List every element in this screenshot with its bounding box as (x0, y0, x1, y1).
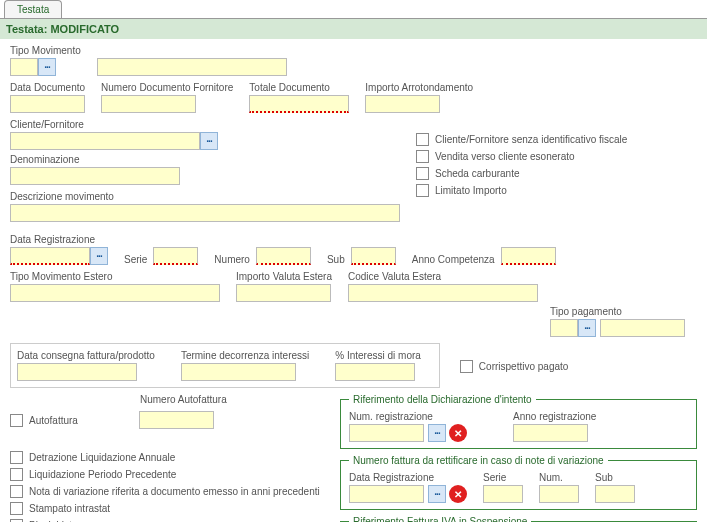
lookup-data-reg-rett[interactable] (428, 485, 446, 503)
checkbox-liq-periodo-prec[interactable] (10, 468, 23, 481)
delete-data-reg-rett[interactable] (449, 485, 467, 503)
datepicker-data-registrazione[interactable] (90, 247, 108, 265)
label-data-documento: Data Documento (10, 82, 85, 93)
input-tipo-mov-estero[interactable] (10, 284, 220, 302)
legend-rif-fattura-iva: Riferimento Fattura IVA in Sospensione (349, 516, 531, 522)
label-serie: Serie (124, 254, 147, 265)
label-data-reg-rett: Data Registrazione (349, 472, 467, 483)
input-termine-decorrenza[interactable] (181, 363, 296, 381)
label-autofattura: Autofattura (29, 415, 139, 426)
label-liq-periodo-prec: Liquidazione Periodo Precedente (29, 469, 176, 480)
label-serie-rett: Serie (483, 472, 523, 483)
checkbox-corrispettivo-pagato[interactable] (460, 360, 473, 373)
checkbox-nota-variazione[interactable] (10, 485, 23, 498)
label-vendita-esonerato: Vendita verso cliente esonerato (435, 151, 575, 162)
label-num-registrazione-dich: Num. registrazione (349, 411, 467, 422)
checkbox-autofattura[interactable] (10, 414, 23, 427)
label-data-consegna-fattura: Data consegna fattura/prodotto (17, 350, 155, 361)
input-descrizione-movimento[interactable] (10, 204, 400, 222)
input-tipo-movimento-code[interactable] (10, 58, 38, 76)
input-sub[interactable] (351, 247, 396, 265)
label-tipo-mov-estero: Tipo Movimento Estero (10, 271, 220, 282)
label-tipo-pagamento: Tipo pagamento (550, 306, 685, 317)
label-corrispettivo-pagato: Corrispettivo pagato (479, 361, 569, 372)
checkbox-detrazione-liq-annuale[interactable] (10, 451, 23, 464)
input-perc-interessi-mora[interactable] (335, 363, 415, 381)
input-anno-competenza[interactable] (501, 247, 556, 265)
input-cliente-fornitore[interactable] (10, 132, 200, 150)
label-importo-valuta-estera: Importo Valuta Estera (236, 271, 332, 282)
lookup-tipo-pagamento[interactable] (578, 319, 596, 337)
label-importo-arrotondamento: Importo Arrotondamento (365, 82, 473, 93)
lookup-num-registrazione-dich[interactable] (428, 424, 446, 442)
checkbox-scheda-carburante[interactable] (416, 167, 429, 180)
label-scheda-carburante: Scheda carburante (435, 168, 520, 179)
label-numero-autofattura: Numero Autofattura (140, 394, 227, 405)
header-bar: Testata: MODIFICATO (0, 18, 707, 39)
input-data-consegna-fattura[interactable] (17, 363, 137, 381)
input-num-doc-fornitore[interactable] (101, 95, 196, 113)
label-codice-valuta-estera: Codice Valuta Estera (348, 271, 538, 282)
label-detrazione-liq-annuale: Detrazione Liquidazione Annuale (29, 452, 175, 463)
checkbox-vendita-esonerato[interactable] (416, 150, 429, 163)
checkbox-limitato-importo[interactable] (416, 184, 429, 197)
input-data-registrazione[interactable] (10, 247, 90, 265)
label-limitato-importo: Limitato Importo (435, 185, 507, 196)
input-tipo-movimento-desc[interactable] (97, 58, 287, 76)
label-anno-competenza: Anno Competenza (412, 254, 495, 265)
group-num-fattura-rettificare: Numero fattura da rettificare in caso di… (340, 455, 697, 510)
delete-num-registrazione-dich[interactable] (449, 424, 467, 442)
lookup-tipo-movimento[interactable] (38, 58, 56, 76)
input-numero-autofattura[interactable] (139, 411, 214, 429)
legend-rif-dichiarazione: Riferimento della Dichiarazione d'intent… (349, 394, 536, 405)
label-num-doc-fornitore: Numero Documento Fornitore (101, 82, 233, 93)
input-denominazione[interactable] (10, 167, 180, 185)
input-tipo-pagamento[interactable] (550, 319, 578, 337)
label-totale-documento: Totale Documento (249, 82, 349, 93)
label-termine-decorrenza: Termine decorrenza interessi (181, 350, 309, 361)
label-tipo-movimento: Tipo Movimento (10, 45, 81, 56)
input-data-reg-rett[interactable] (349, 485, 424, 503)
group-rif-dichiarazione: Riferimento della Dichiarazione d'intent… (340, 394, 697, 449)
header-label: Testata: (6, 23, 47, 35)
checkbox-stampato-intrastat[interactable] (10, 502, 23, 515)
input-anno-registrazione-dich[interactable] (513, 424, 588, 442)
input-sub-rett[interactable] (595, 485, 635, 503)
input-num-registrazione-dich[interactable] (349, 424, 424, 442)
checkbox-senza-identificativo[interactable] (416, 133, 429, 146)
header-status: MODIFICATO (50, 23, 119, 35)
label-nota-variazione: Nota di variazione riferita a documento … (29, 486, 320, 497)
label-cliente-fornitore: Cliente/Fornitore (10, 119, 218, 130)
label-perc-interessi-mora: % Interessi di mora (335, 350, 421, 361)
tab-testata[interactable]: Testata (4, 0, 62, 18)
label-descrizione-movimento: Descrizione movimento (10, 191, 400, 202)
input-tipo-pagamento-desc[interactable] (600, 319, 685, 337)
label-senza-identificativo: Cliente/Fornitore senza identificativo f… (435, 134, 627, 145)
label-denominazione: Denominazione (10, 154, 180, 165)
lookup-cliente-fornitore[interactable] (200, 132, 218, 150)
label-sub: Sub (327, 254, 345, 265)
label-numero: Numero (214, 254, 250, 265)
input-serie-rett[interactable] (483, 485, 523, 503)
input-codice-valuta-estera[interactable] (348, 284, 538, 302)
input-totale-documento[interactable] (249, 95, 349, 113)
label-anno-registrazione-dich: Anno registrazione (513, 411, 596, 422)
input-numero[interactable] (256, 247, 311, 265)
label-sub-rett: Sub (595, 472, 635, 483)
input-serie[interactable] (153, 247, 198, 265)
label-data-registrazione: Data Registrazione (10, 234, 108, 245)
group-rif-fattura-iva: Riferimento Fattura IVA in Sospensione D… (340, 516, 697, 522)
input-data-documento[interactable] (10, 95, 85, 113)
input-importo-valuta-estera[interactable] (236, 284, 331, 302)
label-num-rett: Num. (539, 472, 579, 483)
label-stampato-intrastat: Stampato intrastat (29, 503, 110, 514)
input-importo-arrotondamento[interactable] (365, 95, 440, 113)
input-num-rett[interactable] (539, 485, 579, 503)
legend-num-fattura-rettificare: Numero fattura da rettificare in caso di… (349, 455, 608, 466)
